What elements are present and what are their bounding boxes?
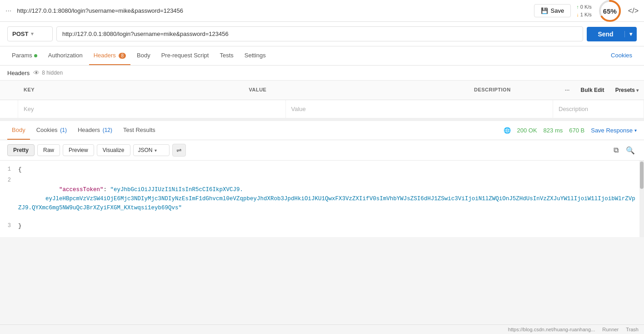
code-line-2: 2 "accessToken": "eyJhbGciOiJJIUzI1NiIsI… [0, 176, 644, 222]
prerequest-label: Pre-request Script [161, 52, 209, 59]
method-chevron-icon: ▾ [31, 31, 34, 37]
response-headers-label: Headers [78, 127, 100, 133]
tab-headers[interactable]: Headers 8 [89, 46, 130, 65]
method-label: POST [12, 30, 28, 37]
save-response-chevron-icon: ▾ [634, 128, 637, 133]
upload-value: 0 [580, 4, 583, 10]
headers-sub-bar: Headers 👁 8 hidden [0, 66, 644, 81]
download-unit: K/s [584, 12, 592, 17]
json-format-select[interactable]: JSON ▾ [133, 144, 170, 156]
send-dropdown-icon[interactable]: ▾ [624, 31, 637, 37]
send-label: Send [587, 30, 624, 38]
search-button[interactable]: 🔍 [624, 144, 637, 157]
tab-tests[interactable]: Tests [215, 46, 238, 65]
response-tab-headers[interactable]: Headers (12) [73, 121, 117, 140]
code-access-token: "accessToken": "eyJhbGciOiJJIUzI1NiIsInR… [18, 176, 644, 222]
code-view-button[interactable]: </> [628, 7, 639, 15]
request-bar: POST ▾ Send ▾ [0, 22, 644, 46]
preview-button[interactable]: Preview [63, 144, 94, 156]
response-tab-cookies[interactable]: Cookies (1) [32, 121, 71, 140]
headers-label: Headers [94, 52, 116, 59]
top-right-controls: 💾 Save ↑ 0 K/s ↓ 1 K/s 65% </> [534, 0, 639, 24]
code-brace-open: { [18, 165, 644, 174]
code-line-3: 3 } [0, 222, 644, 233]
checkbox-col [0, 84, 18, 96]
url-input[interactable] [56, 26, 583, 41]
tab-cookies[interactable]: Cookies [606, 46, 637, 65]
desc-col-header: DESCRIPTION [469, 84, 559, 96]
response-code-area: 1 { 2 "accessToken": "eyJhbGciOiJJIUzI1N… [0, 161, 644, 237]
hidden-count-text: 8 hidden [42, 70, 63, 76]
save-label: Save [551, 7, 564, 14]
presets-label: Presets [615, 87, 635, 93]
tab-authorization[interactable]: Authorization [44, 46, 87, 65]
visualize-button[interactable]: Visualize [97, 144, 130, 156]
format-bar: Pretty Raw Preview Visualize JSON ▾ ⇌ ⧉ … [0, 140, 644, 161]
checkbox-cell [0, 100, 18, 118]
value-col-header: VALUE [243, 84, 468, 96]
line-num-1: 1 [0, 165, 18, 172]
send-button[interactable]: Send ▾ [587, 27, 637, 41]
window-dots[interactable]: ··· [5, 7, 11, 15]
desc-input-cell[interactable]: Description [553, 100, 644, 118]
scrollbar-thumb [640, 162, 644, 189]
bulk-edit-label: Bulk Edit [581, 87, 604, 93]
progress-circle: 65% [597, 0, 623, 24]
body-label: Body [137, 52, 150, 59]
line-num-3: 3 [0, 222, 18, 229]
tab-prerequest[interactable]: Pre-request Script [157, 46, 214, 65]
wrap-button[interactable]: ⇌ [172, 144, 186, 157]
response-section: Body Cookies (1) Headers (12) Test Resul… [0, 118, 644, 237]
status-200-badge: 200 OK [517, 127, 537, 134]
authorization-label: Authorization [48, 52, 83, 59]
top-bar: ··· http://127.0.0.1:8080/login?username… [0, 0, 644, 22]
key-col-header: KEY [18, 84, 243, 96]
response-time: 823 ms [544, 127, 563, 134]
headers-sub-label: Headers [7, 70, 30, 76]
tab-settings[interactable]: Settings [240, 46, 270, 65]
save-button-top[interactable]: 💾 Save [534, 4, 571, 17]
copy-icon: ⧉ [614, 146, 619, 154]
more-dots-col[interactable]: ··· [559, 84, 575, 96]
bulk-edit-header[interactable]: Bulk Edit [575, 84, 610, 96]
response-body-label: Body [12, 127, 25, 133]
header-input-row: Key Value Description [0, 100, 644, 118]
response-cookies-label: Cookies [36, 127, 58, 133]
save-response-button[interactable]: Save Response ▾ [591, 127, 637, 134]
tests-label: Tests [220, 52, 233, 59]
response-status-bar: 🌐 200 OK 823 ms 670 B Save Response ▾ [504, 127, 637, 134]
raw-button[interactable]: Raw [37, 144, 60, 156]
pretty-button[interactable]: Pretty [7, 144, 35, 156]
cookies-label: Cookies [611, 52, 632, 59]
method-dropdown[interactable]: POST ▾ [7, 26, 53, 41]
table-header-row: KEY VALUE DESCRIPTION ··· Bulk Edit Pres… [0, 81, 644, 100]
key-input-cell[interactable]: Key [18, 100, 286, 118]
search-icon: 🔍 [626, 147, 635, 154]
response-size: 670 B [569, 127, 584, 134]
request-tabs-row: Params Authorization Headers 8 Body Pre-… [0, 46, 644, 66]
tab-body[interactable]: Body [132, 46, 155, 65]
response-cookies-badge: (1) [60, 127, 67, 133]
vertical-scrollbar[interactable] [639, 161, 644, 237]
top-url-display: http://127.0.0.1:8080/login?username=mik… [17, 7, 534, 14]
code-brace-close: } [18, 222, 644, 231]
tab-params[interactable]: Params [7, 46, 42, 65]
settings-label: Settings [245, 52, 266, 59]
globe-icon: 🌐 [504, 127, 511, 134]
download-value: 1 [580, 12, 583, 17]
response-tab-test-results[interactable]: Test Results [119, 121, 160, 140]
wrap-icon: ⇌ [176, 147, 182, 154]
headers-table: KEY VALUE DESCRIPTION ··· Bulk Edit Pres… [0, 81, 644, 118]
format-right-actions: ⧉ 🔍 [612, 144, 637, 157]
copy-button[interactable]: ⧉ [612, 144, 620, 157]
json-chevron-icon: ▾ [155, 148, 157, 153]
save-icon: 💾 [541, 7, 548, 14]
network-stats: ↑ 0 K/s ↓ 1 K/s [576, 3, 592, 18]
presets-chevron-icon: ▾ [636, 88, 639, 93]
response-tabs-row: Body Cookies (1) Headers (12) Test Resul… [0, 121, 644, 140]
presets-header[interactable]: Presets ▾ [610, 84, 644, 96]
response-tab-body[interactable]: Body [7, 121, 30, 140]
json-format-label: JSON [138, 147, 153, 153]
value-input-cell[interactable]: Value [286, 100, 554, 118]
save-response-label: Save Response [591, 127, 633, 134]
